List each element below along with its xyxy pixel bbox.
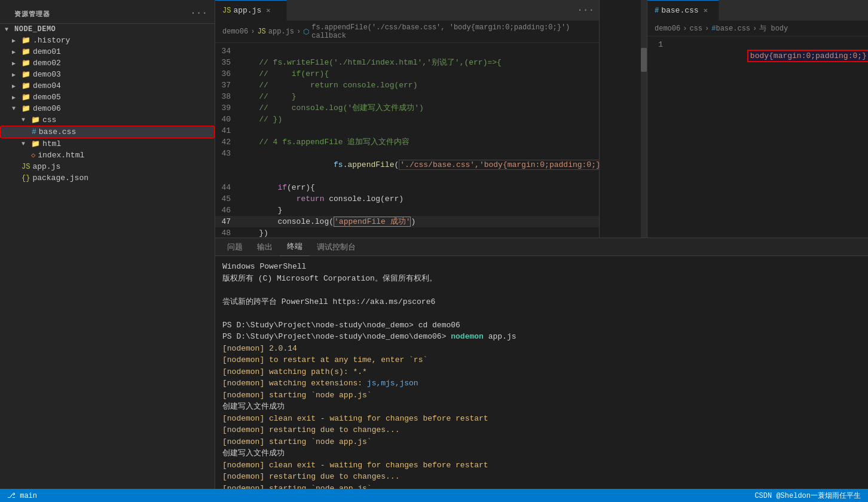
demo01-label: demo01 [33,47,61,56]
code-editor-main[interactable]: 34 35 // fs.writeFile('./html/index.html… [215,43,599,238]
rp-breadcrumb-hash-icon: # [711,25,716,33]
terminal-line [222,308,861,320]
demo06-arrow [12,105,22,112]
css-arrow [22,117,31,123]
line-43: 43 fs.appendFile('./css/base.css','body{… [215,148,599,182]
folder-icon: 📁 [22,59,30,68]
line-34: 34 [215,45,599,57]
line-41: 41 [215,125,599,136]
rp-breadcrumb-body: 与 body [759,23,788,34]
root-label: NODE_DEMO [14,25,56,34]
sidebar-item-css[interactable]: 📁 css [0,114,215,126]
folder-icon: 📁 [22,47,30,56]
sidebar-item-demo01[interactable]: 📁 demo01 [0,46,215,57]
tab-close-app-js[interactable]: ✕ [266,6,270,15]
demo04-label: demo04 [33,81,61,90]
sidebar-item-app-js[interactable]: JS app.js [0,161,215,172]
sidebar-item-history[interactable]: 📁 .history [0,35,215,46]
terminal-line: [nodemon] starting `node app.js` [222,390,861,401]
breadcrumb-method-icon: ⬡ [303,28,309,36]
demo03-label: demo03 [33,70,61,79]
sidebar-title: 资源管理器 [7,5,57,21]
terminal-tab-debug[interactable]: 调试控制台 [310,238,363,256]
sidebar-item-demo05[interactable]: 📁 demo05 [0,92,215,103]
status-left: ⎇ main [7,491,37,500]
sidebar-item-package-json[interactable]: {} package.json [0,172,215,184]
tab-base-css[interactable]: # base.css ✕ [647,0,719,21]
terminal-tab-problems[interactable]: 问题 [220,238,250,256]
demo05-arrow [12,94,22,101]
terminal-line: [nodemon] clean exit - waiting for chang… [222,460,861,471]
sidebar-item-demo02[interactable]: 📁 demo02 [0,57,215,69]
html-label: html [42,139,61,148]
folder-icon: 📁 [22,104,30,113]
line-44: 44 if(err){ [215,182,599,193]
folder-icon: 📁 [31,115,40,124]
minimap [599,0,647,238]
css-label: css [42,115,56,124]
index-html-label: index.html [38,151,84,160]
terminal-line: PS D:\Study\Project\node-study\node_demo… [222,331,861,343]
terminal-line: [nodemon] clean exit - waiting for chang… [222,413,861,425]
line-47: 47 console.log('appendFile 成功') [215,216,599,227]
terminal-line: [nodemon] restarting due to changes... [222,424,861,436]
rp-breadcrumb-css: css [689,25,702,33]
folder-icon: 📁 [22,70,30,79]
sidebar: 资源管理器 ··· NODE_DEMO 📁 .history 📁 demo01 [0,0,215,489]
tab-close-base-css[interactable]: ✕ [704,6,708,15]
folder-icon: 📁 [31,139,40,148]
breadcrumb-demo06: demo06 [222,28,248,36]
js-icon: JS [22,163,30,171]
terminal-tab-terminal[interactable]: 终端 [280,238,310,256]
terminal-line: Windows PowerShell [222,261,861,273]
demo05-label: demo05 [33,93,61,102]
terminal-line: [nodemon] watching extensions: js,mjs,js… [222,378,861,390]
status-right: CSDN @Sheldon一蓑烟雨任平生 [754,491,861,501]
code-editor-right[interactable]: 1 body{margin:0;padding:0;} [647,36,868,238]
breadcrumb-method: fs.appendFile('./css/base.css', 'body{ma… [311,23,592,40]
sidebar-item-demo06[interactable]: 📁 demo06 [0,103,215,114]
sidebar-item-index-html[interactable]: ◇ index.html [0,150,215,161]
demo04-arrow [12,83,22,90]
base-css-label: base.css [39,127,76,136]
terminal-line: [nodemon] 2.0.14 [222,343,861,355]
sidebar-item-demo03[interactable]: 📁 demo03 [0,69,215,80]
terminal-line: [nodemon] starting `node app.js` [222,483,861,489]
scrollbar-thumb[interactable] [641,48,647,72]
status-bar: ⎇ main CSDN @Sheldon一蓑烟雨任平生 [0,489,868,502]
line-1-right: 1 body{margin:0;padding:0;} [647,39,868,73]
terminal-content[interactable]: Windows PowerShell 版权所有 (C) Microsoft Co… [215,256,868,489]
editor-more-actions[interactable]: ··· [572,5,599,16]
terminal-tab-output[interactable]: 输出 [250,238,280,256]
line-37: 37 // return console.log(err) [215,80,599,91]
html-icon: ◇ [31,151,35,160]
line-40: 40 // }) [215,114,599,125]
line-45: 45 return console.log(err) [215,193,599,205]
sidebar-item-html[interactable]: 📁 html [0,138,215,150]
demo01-arrow [12,48,22,56]
line-38: 38 // } [215,91,599,102]
history-label: .history [33,36,70,45]
terminal-area: 问题 输出 终端 调试控制台 Windows PowerShell 版权所有 (… [215,238,868,489]
app-js-label: app.js [32,162,60,171]
right-panel: # base.css ✕ demo06 › css › # base.css [647,0,868,238]
terminal-line: 创建写入文件成功 [222,448,861,460]
tab-app-js[interactable]: JS app.js ✕ [215,0,287,21]
line-48: 48 }) [215,227,599,238]
breadcrumb-app-js: app.js [268,28,294,36]
history-arrow [12,37,22,44]
editor-breadcrumb: demo06 › JS app.js › ⬡ fs.appendFile('./… [215,21,599,43]
sidebar-item-demo04[interactable]: 📁 demo04 [0,80,215,92]
sidebar-menu-dots[interactable]: ··· [190,8,207,19]
sidebar-item-base-css[interactable]: # base.css [0,126,215,138]
line-39: 39 // console.log('创建写入文件成功') [215,102,599,114]
folder-icon: 📁 [22,81,30,90]
tab-base-css-label: base.css [661,6,698,15]
terminal-line: [nodemon] watching path(s): *.* [222,366,861,378]
json-icon: {} [22,174,30,182]
terminal-line: PS D:\Study\Project\node-study\node_demo… [222,320,861,331]
terminal-line: 版权所有 (C) Microsoft Corporation。保留所有权利。 [222,273,861,285]
sidebar-root[interactable]: NODE_DEMO [0,24,215,35]
tab-app-js-label: app.js [233,6,261,15]
scrollbar-track[interactable] [641,0,647,238]
